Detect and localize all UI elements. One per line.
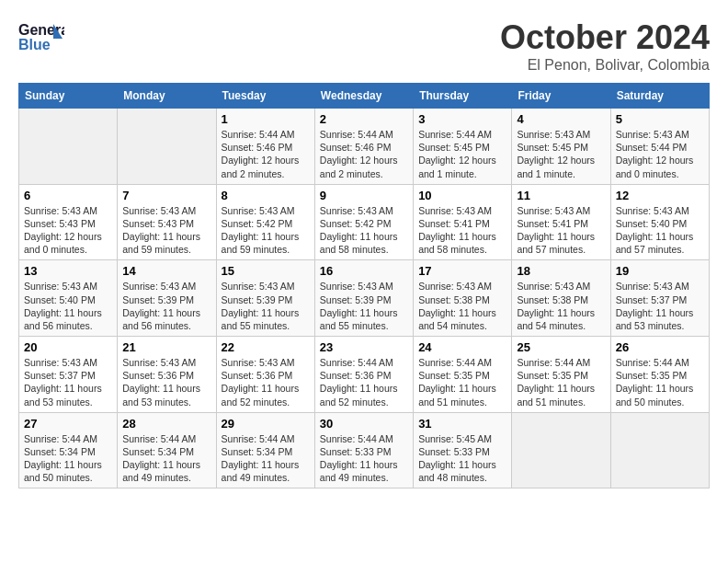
table-row: 19Sunrise: 5:43 AMSunset: 5:37 PMDayligh… [610,260,709,337]
month-title: October 2024 [500,18,710,57]
day-number: 4 [517,112,605,126]
table-row: 29Sunrise: 5:44 AMSunset: 5:34 PMDayligh… [216,412,314,488]
day-number: 25 [517,340,605,354]
day-number: 8 [222,189,310,202]
day-number: 14 [122,264,210,278]
table-row: 24Sunrise: 5:44 AMSunset: 5:35 PMDayligh… [414,337,512,413]
day-info: Sunrise: 5:43 AMSunset: 5:43 PMDaylight:… [122,204,210,257]
day-number: 30 [320,417,408,431]
table-row: 23Sunrise: 5:44 AMSunset: 5:36 PMDayligh… [314,337,413,413]
table-row: 26Sunrise: 5:44 AMSunset: 5:35 PMDayligh… [610,337,709,413]
day-number: 20 [24,340,112,354]
table-row: 17Sunrise: 5:43 AMSunset: 5:38 PMDayligh… [414,260,512,337]
day-number: 22 [222,340,310,354]
table-row [19,109,118,185]
table-row: 21Sunrise: 5:43 AMSunset: 5:36 PMDayligh… [118,337,216,413]
header-row: General Blue October 2024 El Penon, Boli… [18,18,710,74]
day-number: 28 [122,417,210,431]
table-row: 3Sunrise: 5:44 AMSunset: 5:45 PMDaylight… [414,109,512,185]
day-number: 13 [24,264,112,278]
table-row: 11Sunrise: 5:43 AMSunset: 5:41 PMDayligh… [512,184,610,260]
logo-icon: General Blue [18,18,64,55]
day-number: 27 [24,417,112,431]
day-info: Sunrise: 5:44 AMSunset: 5:46 PMDaylight:… [222,128,310,180]
day-info: Sunrise: 5:44 AMSunset: 5:45 PMDaylight:… [418,128,506,180]
day-info: Sunrise: 5:44 AMSunset: 5:35 PMDaylight:… [418,356,506,408]
day-number: 21 [122,340,210,354]
table-row: 7Sunrise: 5:43 AMSunset: 5:43 PMDaylight… [118,184,216,260]
col-sunday: Sunday [19,84,118,109]
day-number: 23 [320,340,408,354]
table-row: 16Sunrise: 5:43 AMSunset: 5:39 PMDayligh… [314,260,413,337]
table-row: 1Sunrise: 5:44 AMSunset: 5:46 PMDaylight… [216,109,314,185]
day-number: 15 [222,264,310,278]
day-info: Sunrise: 5:45 AMSunset: 5:33 PMDaylight:… [418,432,506,485]
table-row: 15Sunrise: 5:43 AMSunset: 5:39 PMDayligh… [216,260,314,337]
day-info: Sunrise: 5:43 AMSunset: 5:41 PMDaylight:… [517,204,605,257]
logo-container: General Blue [18,18,64,55]
day-info: Sunrise: 5:43 AMSunset: 5:45 PMDaylight:… [517,128,605,180]
col-saturday: Saturday [610,84,709,109]
table-row [512,412,610,488]
day-info: Sunrise: 5:43 AMSunset: 5:42 PMDaylight:… [222,204,310,257]
day-number: 24 [418,340,506,354]
svg-text:Blue: Blue [18,37,51,52]
day-number: 11 [517,189,605,202]
table-row: 12Sunrise: 5:43 AMSunset: 5:40 PMDayligh… [610,184,709,260]
day-info: Sunrise: 5:44 AMSunset: 5:46 PMDaylight:… [320,128,408,180]
table-row: 4Sunrise: 5:43 AMSunset: 5:45 PMDaylight… [512,109,610,185]
day-number: 12 [616,189,704,202]
day-number: 6 [24,189,112,202]
col-friday: Friday [512,84,610,109]
table-row: 28Sunrise: 5:44 AMSunset: 5:34 PMDayligh… [118,412,216,488]
table-row: 8Sunrise: 5:43 AMSunset: 5:42 PMDaylight… [216,184,314,260]
day-info: Sunrise: 5:43 AMSunset: 5:39 PMDaylight:… [122,280,210,332]
day-info: Sunrise: 5:43 AMSunset: 5:36 PMDaylight:… [122,356,210,408]
table-row: 2Sunrise: 5:44 AMSunset: 5:46 PMDaylight… [314,109,413,185]
col-monday: Monday [118,84,216,109]
day-number: 9 [320,189,408,202]
day-info: Sunrise: 5:44 AMSunset: 5:34 PMDaylight:… [122,432,210,485]
day-number: 19 [616,264,704,278]
day-info: Sunrise: 5:44 AMSunset: 5:34 PMDaylight:… [222,432,310,485]
col-thursday: Thursday [414,84,512,109]
day-number: 3 [418,112,506,126]
day-info: Sunrise: 5:43 AMSunset: 5:40 PMDaylight:… [24,280,112,332]
table-row: 25Sunrise: 5:44 AMSunset: 5:35 PMDayligh… [512,337,610,413]
col-wednesday: Wednesday [314,84,413,109]
title-area: October 2024 El Penon, Bolivar, Colombia [500,18,710,74]
table-row [118,109,216,185]
day-info: Sunrise: 5:43 AMSunset: 5:38 PMDaylight:… [418,280,506,332]
page: General Blue October 2024 El Penon, Boli… [0,0,728,498]
day-info: Sunrise: 5:43 AMSunset: 5:40 PMDaylight:… [616,204,704,257]
table-row: 20Sunrise: 5:43 AMSunset: 5:37 PMDayligh… [19,337,118,413]
day-info: Sunrise: 5:43 AMSunset: 5:42 PMDaylight:… [320,204,408,257]
day-number: 7 [122,189,210,202]
day-number: 31 [418,417,506,431]
day-info: Sunrise: 5:43 AMSunset: 5:39 PMDaylight:… [320,280,408,332]
table-row [610,412,709,488]
day-info: Sunrise: 5:44 AMSunset: 5:35 PMDaylight:… [616,356,704,408]
calendar-table: Sunday Monday Tuesday Wednesday Thursday… [18,83,710,488]
header-row-days: Sunday Monday Tuesday Wednesday Thursday… [19,84,710,109]
table-row: 31Sunrise: 5:45 AMSunset: 5:33 PMDayligh… [414,412,512,488]
table-row: 18Sunrise: 5:43 AMSunset: 5:38 PMDayligh… [512,260,610,337]
table-row: 30Sunrise: 5:44 AMSunset: 5:33 PMDayligh… [314,412,413,488]
day-number: 5 [616,112,704,126]
day-number: 10 [418,189,506,202]
day-info: Sunrise: 5:43 AMSunset: 5:36 PMDaylight:… [222,356,310,408]
table-row: 9Sunrise: 5:43 AMSunset: 5:42 PMDaylight… [314,184,413,260]
day-number: 26 [616,340,704,354]
day-number: 29 [222,417,310,431]
day-info: Sunrise: 5:43 AMSunset: 5:44 PMDaylight:… [616,128,704,180]
day-info: Sunrise: 5:43 AMSunset: 5:38 PMDaylight:… [517,280,605,332]
table-row: 14Sunrise: 5:43 AMSunset: 5:39 PMDayligh… [118,260,216,337]
day-info: Sunrise: 5:44 AMSunset: 5:35 PMDaylight:… [517,356,605,408]
table-row: 13Sunrise: 5:43 AMSunset: 5:40 PMDayligh… [19,260,118,337]
day-info: Sunrise: 5:43 AMSunset: 5:41 PMDaylight:… [418,204,506,257]
day-number: 2 [320,112,408,126]
col-tuesday: Tuesday [216,84,314,109]
table-row: 5Sunrise: 5:43 AMSunset: 5:44 PMDaylight… [610,109,709,185]
day-number: 16 [320,264,408,278]
day-info: Sunrise: 5:43 AMSunset: 5:37 PMDaylight:… [24,356,112,408]
